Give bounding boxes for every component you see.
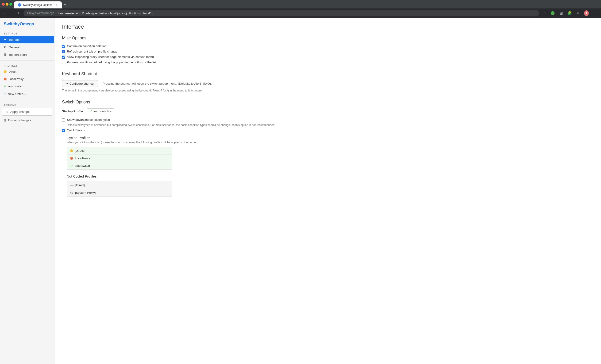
cycled-profile-autoswitch[interactable]: ⇄ auto switch: [67, 162, 172, 169]
bookmark-button[interactable]: ☆: [541, 10, 548, 16]
autoswitch-cycled-icon: ⇄: [70, 164, 73, 167]
back-button[interactable]: ←: [3, 10, 8, 16]
configure-shortcut-icon: ↪: [66, 82, 68, 85]
direct-not-cycled-icon: —: [70, 183, 73, 187]
advanced-conditions-label: Show advanced condition types: [67, 118, 110, 122]
startup-profile-label: Startup Profile: [62, 110, 83, 113]
quick-switch-checkbox[interactable]: [62, 129, 65, 132]
sidebar-item-autoswitch[interactable]: ⇄ auto switch: [0, 83, 54, 90]
tab-favicon: [18, 3, 21, 7]
advanced-option-note: Unlocks new types of advanced but compli…: [67, 123, 593, 127]
inspect-proxy-checkbox[interactable]: [62, 56, 65, 59]
app-layout: SwitchyOmega SETTINGS ✦ Interface ⚙ Gene…: [0, 18, 601, 364]
sidebar-item-localproxy-label: LocalProxy: [9, 77, 23, 81]
profile-avatar: A: [584, 10, 589, 16]
sidebar-item-interface-label: Interface: [9, 38, 20, 41]
import-export-icon: ⇅: [4, 53, 7, 57]
apply-changes-button[interactable]: ◎ Apply changes: [2, 108, 52, 116]
shortcut-description: Pressing the shortcut will open the swit…: [103, 82, 212, 85]
address-input-container[interactable]: Proxy SwitchyOmega chrome-extension://pa…: [23, 10, 539, 16]
direct-icon: [4, 70, 7, 73]
popup-bottom-checkbox[interactable]: [62, 61, 65, 64]
cycled-profile-direct[interactable]: [Direct]: [67, 147, 172, 154]
address-prefix: Proxy SwitchyOmega: [27, 11, 54, 15]
extension-circle-btn[interactable]: [549, 10, 556, 16]
sidebar-item-general[interactable]: ⚙ General: [0, 43, 54, 51]
downloads-btn[interactable]: ⬇: [575, 10, 581, 16]
discard-changes-button[interactable]: ◎ Discard changes: [0, 116, 54, 124]
localproxy-cycled-icon: [70, 157, 73, 160]
system-not-cycled-icon: ⏻: [70, 191, 73, 194]
switch-options-section: Switch Options Startup Profile ⇄ auto sw…: [62, 100, 593, 197]
not-cycled-profile-system[interactable]: ⏻ [System Proxy]: [67, 189, 172, 196]
cycled-profiles-container: Cycled Profiles When you click on the ic…: [67, 136, 593, 197]
not-cycled-profile-direct[interactable]: — [Direct]: [67, 181, 172, 189]
window-close-btn[interactable]: [2, 3, 5, 6]
sidebar-item-direct[interactable]: Direct: [0, 68, 54, 75]
startup-profile-icon: ⇄: [90, 110, 92, 113]
interface-icon: ✦: [4, 38, 7, 41]
misc-options-title: Misc Options: [62, 36, 593, 41]
cycled-profile-localproxy[interactable]: LocalProxy: [67, 154, 172, 162]
popup-bottom-row: Put new conditions added using the popup…: [62, 60, 593, 64]
window-controls[interactable]: [2, 3, 12, 6]
sidebar-logo: SwitchyOmega: [0, 18, 54, 30]
extensions-puzzle-btn[interactable]: 🧩: [566, 10, 573, 16]
autoswitch-cycled-name: auto switch: [75, 164, 90, 167]
inspect-proxy-label: Allow inspecting proxy used for page ele…: [67, 55, 155, 59]
tab-title: SwitchyOmega Options: [23, 3, 52, 7]
confirm-delete-checkbox[interactable]: [62, 45, 65, 48]
main-content: Interface Misc Options Confirm on condit…: [54, 18, 601, 364]
sidebar-item-interface[interactable]: ✦ Interface: [0, 36, 54, 43]
sidebar-item-import-export[interactable]: ⇅ Import/Export: [0, 51, 54, 58]
sidebar-item-direct-label: Direct: [9, 70, 16, 73]
sidebar-item-localproxy[interactable]: LocalProxy: [0, 75, 54, 83]
direct-cycled-name: [Direct]: [75, 149, 84, 153]
sidebar-divider-2: [0, 100, 54, 100]
advanced-conditions-checkbox[interactable]: [62, 118, 65, 122]
refresh-tab-checkbox[interactable]: [62, 50, 65, 53]
shortcut-note: The items in the popup menu can also be …: [62, 89, 593, 92]
menu-button[interactable]: ⋮: [592, 10, 598, 16]
forward-button[interactable]: →: [10, 10, 15, 16]
dropdown-arrow-icon: ▾: [110, 110, 112, 113]
misc-options-section: Misc Options Confirm on condition deleti…: [62, 36, 593, 64]
sidebar-actions-label: ACTIONS: [0, 102, 54, 107]
extension-button[interactable]: ⊞: [558, 10, 564, 16]
new-tab-button[interactable]: +: [62, 2, 68, 7]
sidebar-item-new-profile-label: New profile…: [8, 92, 26, 96]
reload-button[interactable]: ↻: [17, 10, 22, 16]
sidebar-item-import-export-label: Import/Export: [9, 53, 27, 57]
window-minimize-btn[interactable]: [6, 3, 9, 6]
confirm-delete-row: Confirm on condition deletion.: [62, 44, 593, 48]
not-cycled-profiles-table: — [Direct] ⏻ [System Proxy]: [67, 181, 172, 197]
sidebar-item-autoswitch-label: auto switch: [8, 85, 23, 88]
window-maximize-btn[interactable]: [9, 3, 12, 6]
cycled-profiles-table: [Direct] LocalProxy ⇄ auto switch: [67, 147, 172, 170]
direct-cycled-icon: [70, 149, 73, 152]
toolbar-icons: ☆ ⊞ 🧩 ⬇ A ⋮: [541, 10, 598, 16]
discard-changes-label: Discard changes: [8, 118, 31, 122]
shortcut-row: ↪ Configure shortcut Pressing the shortc…: [62, 80, 593, 87]
profile-btn[interactable]: A: [583, 10, 590, 16]
autoswitch-icon: ⇄: [4, 85, 6, 88]
system-not-cycled-name: [System Proxy]: [75, 191, 96, 194]
switch-options-title: Switch Options: [62, 100, 593, 105]
quick-switch-row: Quick Switch: [62, 129, 593, 132]
cycled-profiles-title: Cycled Profiles: [67, 136, 593, 140]
direct-not-cycled-name: [Direct]: [75, 183, 85, 187]
configure-shortcut-button[interactable]: ↪ Configure shortcut: [62, 80, 98, 87]
refresh-tab-label: Refresh current tab on profile change.: [67, 50, 118, 53]
address-bar: ← → ↻ Proxy SwitchyOmega chrome-extensio…: [0, 9, 601, 18]
apply-icon: ◎: [6, 110, 9, 114]
new-profile-icon: +: [4, 92, 6, 96]
address-url: chrome-extension://padekgcemlokbadohgkif…: [57, 11, 153, 15]
sidebar-profiles-label: PROFILES: [0, 62, 54, 68]
not-cycled-profiles-title: Not Cycled Profiles: [67, 174, 593, 178]
page-title: Interface: [62, 23, 593, 30]
startup-profile-value: auto switch: [93, 110, 109, 113]
tab-close-button[interactable]: ×: [54, 3, 58, 7]
startup-profile-dropdown[interactable]: ⇄ auto switch ▾: [87, 108, 114, 114]
sidebar-item-new-profile[interactable]: + New profile…: [0, 90, 54, 98]
browser-tab-active[interactable]: SwitchyOmega Options ×: [14, 1, 62, 9]
